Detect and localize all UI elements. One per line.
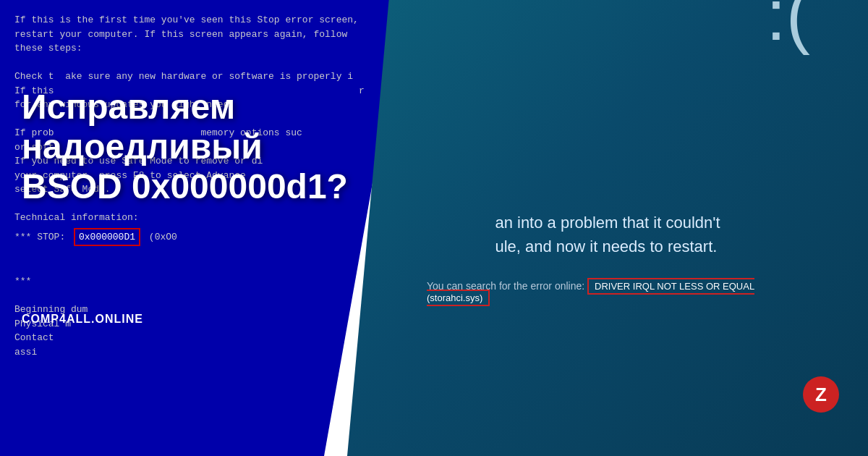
title-line2: BSOD 0x000000d1? bbox=[22, 167, 348, 206]
page-container: If this is the first time you've seen th… bbox=[0, 0, 868, 456]
stop-code-box: 0x000000D1 bbox=[74, 228, 140, 247]
title-line1: Исправляем надоедливый bbox=[22, 88, 263, 166]
stop-prefix: *** STOP: bbox=[14, 230, 71, 245]
site-label: COMP4ALL.ONLINE bbox=[22, 313, 143, 326]
bsod-new-line1: an into a problem that it couldn't bbox=[495, 214, 720, 232]
bsod-old-panel: If this is the first time you've seen th… bbox=[0, 0, 405, 456]
stop-suffix: (0xO0 bbox=[143, 230, 177, 245]
bsod-new-line2: ule, and now it needs to restart. bbox=[495, 237, 717, 256]
stop-line: *** STOP: 0x000000D1 (0xO0 bbox=[14, 228, 391, 247]
bsod-new-search: You can search for the error online: DRI… bbox=[427, 280, 788, 303]
bsod-new-panel: :( an into a problem that it couldn't ul… bbox=[347, 0, 868, 456]
bsod-new-message: an into a problem that it couldn't ule, … bbox=[495, 211, 720, 258]
z-logo: Z bbox=[803, 376, 839, 413]
overlay-title-block: Исправляем надоедливый BSOD 0x000000d1? bbox=[0, 72, 405, 221]
main-title: Исправляем надоедливый BSOD 0x000000d1? bbox=[22, 87, 369, 207]
sad-face-icon: :( bbox=[766, 0, 810, 51]
